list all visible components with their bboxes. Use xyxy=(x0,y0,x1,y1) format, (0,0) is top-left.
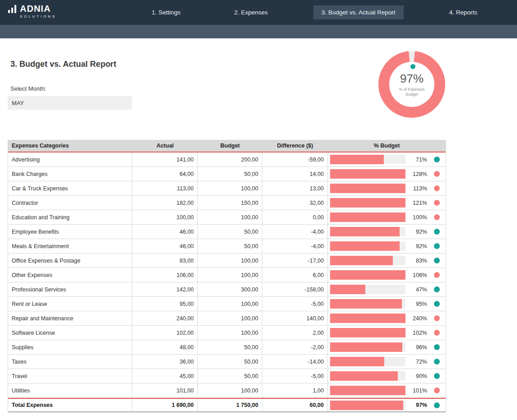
row-percent-label: 128% xyxy=(405,171,427,177)
percent-bar-track xyxy=(330,256,405,265)
tab-settings[interactable]: 1. Settings xyxy=(144,5,189,19)
month-select-value: MAY xyxy=(12,100,24,106)
percent-bar xyxy=(330,401,403,410)
percent-bar xyxy=(330,342,402,352)
row-budget: 50,00 xyxy=(198,167,262,181)
row-difference: 32,00 xyxy=(262,196,328,210)
row-difference: -17,00 xyxy=(262,254,328,268)
under-budget-dot xyxy=(434,258,440,263)
nav-tabs: 1. Settings 2. Expenses 3. Budget vs. Ac… xyxy=(144,0,485,25)
row-budget: 50,00 xyxy=(198,355,262,369)
row-category: Total Expenses xyxy=(8,399,132,411)
percent-bar xyxy=(330,241,400,251)
under-budget-dot xyxy=(434,286,440,292)
row-percent-label: 100% xyxy=(405,214,427,221)
tab-budget-vs-actual-report[interactable]: 3. Budget vs. Actual Report xyxy=(313,5,404,19)
row-actual: 101,00 xyxy=(132,383,198,397)
percent-bar xyxy=(330,169,405,179)
row-budget: 100,00 xyxy=(198,311,262,325)
percent-bar-track xyxy=(330,386,405,395)
row-percent-label: 102% xyxy=(405,330,427,336)
percent-bar-track xyxy=(330,212,405,222)
row-category: Professional Services xyxy=(8,282,132,296)
budget-vs-actual-table: Expenses Categories Actual Budget Differ… xyxy=(8,140,446,412)
row-difference: 14,00 xyxy=(262,167,328,181)
under-budget-dot xyxy=(434,402,440,408)
percent-bar xyxy=(330,227,400,236)
row-category: Employee Benefits xyxy=(8,225,132,239)
over-budget-dot xyxy=(434,388,440,393)
table-row: Rent or Lease95,00100,00-5,0095% xyxy=(8,297,446,311)
month-select[interactable]: MAY xyxy=(8,96,132,110)
row-difference: -4,00 xyxy=(262,239,328,253)
percent-bar xyxy=(330,299,402,309)
tab-expenses[interactable]: 2. Expenses xyxy=(226,5,276,19)
row-percent-label: 240% xyxy=(405,315,427,322)
row-budget: 100,00 xyxy=(198,297,262,311)
row-budget: 100,00 xyxy=(198,254,262,268)
row-category: Advertising xyxy=(8,152,132,166)
row-actual: 95,00 xyxy=(132,297,198,311)
row-actual: 83,00 xyxy=(132,254,198,268)
header-budget: Budget xyxy=(198,143,262,149)
row-difference: 2,00 xyxy=(262,326,328,340)
over-budget-dot xyxy=(434,330,440,336)
row-percent-budget-cell: 92% xyxy=(328,239,446,253)
under-budget-dot xyxy=(434,229,440,235)
table-row: Professional Services142,00300,00-158,00… xyxy=(8,282,446,297)
row-percent-budget-cell: 95% xyxy=(328,297,446,311)
percent-bar xyxy=(330,184,405,193)
row-percent-label: 95% xyxy=(405,301,427,307)
tab-reports[interactable]: 4. Reports xyxy=(441,5,485,19)
row-percent-label: 97% xyxy=(405,402,427,408)
row-budget: 100,00 xyxy=(198,210,262,224)
row-difference: 1,00 xyxy=(262,383,328,397)
row-difference: -4,00 xyxy=(262,225,328,239)
percent-bar-track xyxy=(330,371,405,381)
row-actual: 106,00 xyxy=(132,268,198,282)
percent-bar xyxy=(330,386,405,395)
row-category: Supplies xyxy=(8,340,132,354)
row-category: Education and Training xyxy=(8,210,132,224)
row-difference: -158,00 xyxy=(262,282,328,296)
row-budget: 100,00 xyxy=(198,181,262,195)
row-budget: 50,00 xyxy=(198,340,262,354)
table-row: Other Expenses106,00100,006,00106% xyxy=(8,268,446,282)
table-body: Advertising141,00200,00-59,0071%Bank Cha… xyxy=(8,152,446,412)
row-category: Bank Charges xyxy=(8,167,132,181)
logo-brand: ADNIA xyxy=(20,4,56,13)
row-category: Office Expenses & Postage xyxy=(8,254,132,268)
row-category: Taxes xyxy=(8,355,132,369)
under-budget-dot xyxy=(434,359,440,365)
row-percent-label: 96% xyxy=(405,344,427,351)
percent-bar xyxy=(330,270,405,280)
table-header-row: Expenses Categories Actual Budget Differ… xyxy=(8,140,446,152)
row-actual: 113,00 xyxy=(132,181,198,195)
expenses-budget-gauge: 97% % of Expenses Budget xyxy=(378,51,445,118)
row-budget: 200,00 xyxy=(198,152,262,166)
logo: ADNIA SOLUTIONS xyxy=(8,4,56,18)
row-budget: 1 750,00 xyxy=(198,399,262,411)
row-actual: 182,00 xyxy=(132,196,198,210)
secondary-bar xyxy=(0,25,517,38)
under-budget-dot xyxy=(434,157,440,162)
row-budget: 100,00 xyxy=(198,383,262,397)
percent-bar-track xyxy=(330,184,405,193)
header-percent-budget: % Budget xyxy=(328,143,446,149)
table-row: Repair and Maintenance240,00100,00140,00… xyxy=(8,311,446,326)
percent-bar xyxy=(330,371,398,381)
row-difference: -59,00 xyxy=(262,152,328,166)
row-percent-budget-cell: 83% xyxy=(328,254,446,268)
row-category: Car & Truck Expenses xyxy=(8,181,132,195)
row-budget: 300,00 xyxy=(198,282,262,296)
row-category: Software License xyxy=(8,326,132,340)
row-actual: 46,00 xyxy=(132,239,198,253)
row-actual: 100,00 xyxy=(132,210,198,224)
under-budget-dot xyxy=(434,243,440,249)
row-percent-budget-cell: 71% xyxy=(328,152,446,166)
row-actual: 142,00 xyxy=(132,282,198,296)
row-actual: 45,00 xyxy=(132,369,198,383)
row-category: Rent or Lease xyxy=(8,297,132,311)
table-row: Taxes36,0050,00-14,0072% xyxy=(8,355,446,369)
row-percent-budget-cell: 106% xyxy=(328,268,446,282)
